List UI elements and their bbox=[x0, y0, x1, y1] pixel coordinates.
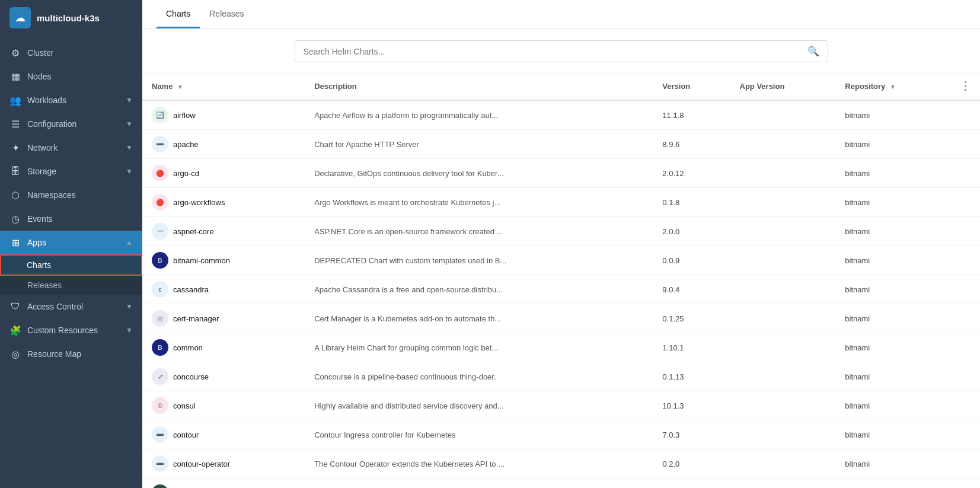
charts-tbody: 🔄 airflow Apache Airflow is a platform t… bbox=[142, 100, 980, 488]
table-row[interactable]: B bitnami-common DEPRECATED Chart with c… bbox=[142, 246, 980, 275]
description-cell: Apache Airflow is a platform to programm… bbox=[305, 100, 653, 130]
col-name[interactable]: Name ▼ bbox=[142, 72, 305, 100]
version-cell: 0.1.25 bbox=[653, 304, 730, 333]
chart-icon: © bbox=[152, 397, 168, 414]
repository-cell: bitnami bbox=[835, 188, 950, 217]
sidebar-item-cluster[interactable]: ⚙ Cluster bbox=[0, 41, 142, 65]
workloads-icon: 👥 bbox=[9, 94, 21, 106]
table-row[interactable]: © consul Highly available and distribute… bbox=[142, 391, 980, 420]
sidebar-subitem-releases[interactable]: Releases bbox=[0, 276, 142, 295]
repository-cell: bitnami bbox=[835, 304, 950, 333]
configuration-chevron: ▼ bbox=[126, 120, 133, 128]
table-row[interactable]: c cassandra Apache Cassandra is a free a… bbox=[142, 275, 980, 304]
name-cell: 🔴 argo-workflows bbox=[142, 188, 305, 216]
chart-icon: ➖ bbox=[152, 426, 168, 443]
repository-cell: bitnami bbox=[835, 217, 950, 246]
table-row[interactable]: ➖ apache Chart for Apache HTTP Server 8.… bbox=[142, 130, 980, 159]
description-cell: ASP.NET Core is an open-source framework… bbox=[305, 217, 653, 246]
table-row[interactable]: 🔄 airflow Apache Airflow is a platform t… bbox=[142, 100, 980, 130]
table-row[interactable]: ☁ dataplatform-bp1 OCTO Data platform Ka… bbox=[142, 479, 980, 489]
charts-table-wrapper: Name ▼ Description Version App Version R… bbox=[142, 72, 980, 488]
table-row[interactable]: ➖ contour Contour Ingress controller for… bbox=[142, 420, 980, 449]
storage-label: Storage bbox=[27, 167, 126, 176]
chart-name: contour bbox=[173, 430, 199, 439]
chart-icon: 〰 bbox=[152, 223, 168, 240]
row-actions-cell bbox=[950, 391, 980, 420]
name-cell: ➖ contour bbox=[142, 420, 305, 449]
chart-name: argo-cd bbox=[173, 169, 199, 178]
row-actions-cell bbox=[950, 130, 980, 159]
custom-resources-chevron: ▼ bbox=[126, 326, 133, 334]
col-actions: ⋮ bbox=[950, 72, 980, 100]
row-actions-cell bbox=[950, 420, 980, 449]
events-label: Events bbox=[27, 214, 133, 224]
table-row[interactable]: 🔴 argo-workflows Argo Workflows is meant… bbox=[142, 188, 980, 217]
description-cell: A Library Helm Chart for grouping common… bbox=[305, 333, 653, 362]
version-cell: 0.0.9 bbox=[653, 246, 730, 275]
sidebar-item-storage[interactable]: 🗄 Storage ▼ bbox=[0, 160, 142, 183]
app-version-cell bbox=[730, 304, 836, 333]
sidebar-item-workloads[interactable]: 👥 Workloads ▼ bbox=[0, 88, 142, 112]
app-version-cell bbox=[730, 420, 836, 449]
version-cell: 9.0.4 bbox=[653, 275, 730, 304]
custom-resources-icon: 🧩 bbox=[9, 324, 21, 336]
search-input[interactable] bbox=[304, 47, 807, 56]
sidebar-item-apps[interactable]: ⊞ Apps ▲ bbox=[0, 231, 142, 254]
repository-cell: bitnami bbox=[835, 333, 950, 362]
network-label: Network bbox=[27, 143, 126, 152]
row-actions-cell bbox=[950, 275, 980, 304]
resource-map-icon: ◎ bbox=[9, 348, 21, 360]
cluster-label: Cluster bbox=[27, 48, 133, 58]
description-cell: Declarative, GitOps continuous delivery … bbox=[305, 159, 653, 188]
repo-sort-icon: ▼ bbox=[890, 84, 896, 90]
col-repository[interactable]: Repository ▼ bbox=[835, 72, 950, 100]
sidebar-item-resource-map[interactable]: ◎ Resource Map bbox=[0, 342, 142, 366]
sidebar-item-configuration[interactable]: ☰ Configuration ▼ bbox=[0, 112, 142, 136]
row-actions-cell bbox=[950, 333, 980, 362]
table-more-icon[interactable]: ⋮ bbox=[960, 80, 971, 92]
app-version-cell bbox=[730, 362, 836, 391]
description-cell: Concourse is a pipeline-based continuous… bbox=[305, 362, 653, 391]
chart-icon: ➖ bbox=[152, 136, 168, 152]
sidebar-item-custom-resources[interactable]: 🧩 Custom Resources ▼ bbox=[0, 318, 142, 342]
repository-cell: bitnami bbox=[835, 100, 950, 130]
app-version-cell bbox=[730, 449, 836, 479]
table-row[interactable]: B common A Library Helm Chart for groupi… bbox=[142, 333, 980, 362]
chart-name: cert-manager bbox=[173, 314, 219, 323]
chart-icon: B bbox=[152, 252, 168, 269]
version-cell: 0.1.8 bbox=[653, 188, 730, 217]
svg-text:☁: ☁ bbox=[15, 12, 25, 24]
apps-icon: ⊞ bbox=[9, 237, 21, 248]
tab-charts[interactable]: Charts bbox=[157, 1, 200, 28]
name-cell: 🔄 airflow bbox=[142, 101, 305, 129]
name-cell: ➖ contour-operator bbox=[142, 449, 305, 478]
sidebar-item-events[interactable]: ◷ Events bbox=[0, 207, 142, 231]
sidebar-nav: ⚙ Cluster ▦ Nodes 👥 Workloads ▼ ☰ Config… bbox=[0, 36, 142, 371]
table-row[interactable]: ⤢ concourse Concourse is a pipeline-base… bbox=[142, 362, 980, 391]
search-icon: 🔍 bbox=[807, 46, 819, 57]
sidebar-item-access-control[interactable]: 🛡 Access Control ▼ bbox=[0, 295, 142, 318]
sidebar-item-nodes[interactable]: ▦ Nodes bbox=[0, 65, 142, 88]
app-version-cell bbox=[730, 479, 836, 489]
table-row[interactable]: ◎ cert-manager Cert Manager is a Kuberne… bbox=[142, 304, 980, 333]
col-version: Version bbox=[653, 72, 730, 100]
app-version-cell bbox=[730, 188, 836, 217]
search-bar-wrapper: 🔍 bbox=[142, 28, 980, 72]
sidebar-item-network[interactable]: ✦ Network ▼ bbox=[0, 136, 142, 160]
chart-name: aspnet-core bbox=[173, 227, 214, 236]
description-cell: Argo Workflows is meant to orchestrate K… bbox=[305, 188, 653, 217]
sidebar-item-namespaces[interactable]: ⬡ Namespaces bbox=[0, 183, 142, 207]
app-logo: ☁ bbox=[9, 7, 31, 28]
name-cell: B common bbox=[142, 333, 305, 362]
namespaces-label: Namespaces bbox=[27, 190, 133, 200]
tab-releases[interactable]: Releases bbox=[200, 1, 253, 28]
table-row[interactable]: 〰 aspnet-core ASP.NET Core is an open-so… bbox=[142, 217, 980, 246]
chart-icon: ◎ bbox=[152, 310, 168, 327]
sidebar-subitem-charts[interactable]: Charts bbox=[0, 254, 142, 276]
table-row[interactable]: ➖ contour-operator The Contour Operator … bbox=[142, 449, 980, 479]
table-row[interactable]: 🔴 argo-cd Declarative, GitOps continuous… bbox=[142, 159, 980, 188]
row-actions-cell bbox=[950, 217, 980, 246]
version-cell: 9.0.0 bbox=[653, 479, 730, 489]
table-header-row: Name ▼ Description Version App Version R… bbox=[142, 72, 980, 100]
chart-icon: 🔴 bbox=[152, 194, 168, 210]
